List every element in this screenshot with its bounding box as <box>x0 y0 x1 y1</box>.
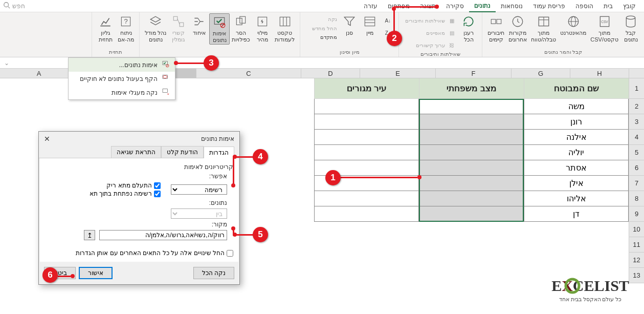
sort-button[interactable]: מיין <box>360 13 380 37</box>
forecast-sheet-button[interactable]: גליון תחזית <box>95 13 116 44</box>
data-model-button[interactable]: נהל מודל נתונים <box>143 13 168 44</box>
table-cell[interactable]: משה <box>524 99 629 114</box>
row-header-5[interactable]: 5 <box>629 145 644 160</box>
allow-select[interactable]: רשימה <box>171 184 227 195</box>
tab-insert[interactable]: הוספה <box>570 1 598 12</box>
table-cell[interactable] <box>419 160 524 176</box>
link-icon: ⛓ <box>447 41 456 50</box>
table-cell[interactable] <box>419 99 524 114</box>
excelist-logo: EXCELIST כל עולם האקסל בבית אחד <box>539 271 641 311</box>
table-cell[interactable]: אליהו <box>524 191 629 206</box>
table-cell[interactable] <box>419 176 524 191</box>
from-table-button[interactable]: מתוך טבלה/טווח <box>529 13 558 44</box>
table-cell[interactable]: רונן <box>524 114 629 130</box>
dropdown-arrow-icon[interactable]: ⌄ <box>4 59 9 67</box>
whatif-button[interactable]: ? ניתוח מה-אם <box>116 13 136 44</box>
validation-icon <box>162 60 170 70</box>
dropdown-item-clear-circles[interactable]: נקה מעגלי אימות <box>69 86 175 99</box>
svg-rect-14 <box>365 17 375 26</box>
column-header-H[interactable]: H <box>570 69 629 78</box>
row-header-6[interactable]: 6 <box>629 160 644 176</box>
select-all-corner[interactable] <box>629 69 644 78</box>
dropdown-item-validation[interactable]: אימות נתונים... <box>69 58 175 72</box>
text-to-columns-button[interactable]: טקסט לעמודות <box>273 13 297 44</box>
row-header-10[interactable]: 10 <box>629 222 644 237</box>
remove-dup-icon <box>234 14 248 29</box>
table-cell[interactable]: אסתר <box>524 160 629 176</box>
database-icon <box>624 14 638 29</box>
row-header-11[interactable]: 11 <box>629 237 644 253</box>
tab-review[interactable]: סקירה <box>441 1 469 12</box>
flash-fill-button[interactable]: מילוי מהיר <box>252 13 273 44</box>
row-header-1[interactable]: 1 <box>629 78 644 99</box>
from-web-button[interactable]: מהאינטרנט <box>558 13 588 37</box>
tell-me-search[interactable]: חפש <box>3 2 25 10</box>
column-header-F[interactable]: F <box>435 69 511 78</box>
advanced-filter-button[interactable]: מתקדם <box>303 33 339 41</box>
dialog-tab-error-alert[interactable]: התראת שגיאה <box>111 146 161 158</box>
column-header-E[interactable]: E <box>360 69 435 78</box>
table-cell[interactable] <box>314 191 419 206</box>
ribbon-group-data-tools: טקסט לעמודות מילוי מהיר הסר כפילויות אימ… <box>139 12 300 57</box>
dropdown-item-circle-invalid[interactable]: הקף בעיגול נתונים לא חוקיים <box>69 72 175 86</box>
ignore-blank-checkbox[interactable]: התעלם מתא ריק <box>90 182 161 189</box>
header-cell[interactable]: עיר מגורים <box>314 78 419 99</box>
column-header-D[interactable]: D <box>301 69 360 78</box>
table-cell[interactable] <box>314 114 419 130</box>
column-header-G[interactable]: G <box>511 69 570 78</box>
header-cell[interactable]: מצב משפחתי <box>419 78 524 99</box>
tab-file[interactable]: קובץ <box>618 1 641 12</box>
row-header-4[interactable]: 4 <box>629 130 644 145</box>
source-input[interactable] <box>99 230 227 240</box>
dialog-title: אימות נתונים <box>201 135 234 142</box>
table-cell[interactable] <box>419 206 524 222</box>
table-cell[interactable] <box>419 145 524 160</box>
table-cell[interactable] <box>419 191 524 206</box>
properties-button: ▤ מאפיינים <box>402 28 458 39</box>
remove-duplicates-button[interactable]: הסר כפילויות <box>230 13 252 44</box>
queries-connections-button[interactable]: ▦ שאילתות וחיבורים <box>402 15 458 27</box>
consolidate-icon <box>192 14 206 29</box>
row-header-2[interactable]: 2 <box>629 99 644 114</box>
ribbon-group-forecast: ? ניתוח מה-אם גליון תחזית תחזית <box>92 12 139 57</box>
close-button[interactable]: ✕ <box>44 135 50 143</box>
table-cell[interactable] <box>314 99 419 114</box>
group-label: קבל והמר נתונים <box>544 49 583 56</box>
tab-data[interactable]: נתונים <box>469 0 496 12</box>
consolidate-button[interactable]: איחוד <box>189 13 209 37</box>
tab-help[interactable]: עזרה <box>359 1 383 12</box>
range-picker-button[interactable]: ↥ <box>84 230 95 240</box>
svg-rect-27 <box>180 23 184 27</box>
data-validation-button[interactable]: אימות נתונים <box>209 13 230 45</box>
table-cell[interactable] <box>314 145 419 160</box>
existing-connections-button[interactable]: חיבורים קיימים <box>485 13 506 44</box>
recent-sources-button[interactable]: מקורות אחרונים <box>506 13 529 44</box>
header-cell[interactable]: שם המבוטח <box>524 78 629 99</box>
filter-button[interactable]: סנן <box>339 13 360 37</box>
row-header-3[interactable]: 3 <box>629 114 644 130</box>
row-header-8[interactable]: 8 <box>629 191 644 206</box>
tab-home[interactable]: בית <box>598 1 618 12</box>
table-cell[interactable] <box>314 130 419 145</box>
row-header-12[interactable]: 12 <box>629 253 644 268</box>
get-data-button[interactable]: קבל נתונים <box>620 13 641 44</box>
row-header-7[interactable]: 7 <box>629 176 644 191</box>
table-cell[interactable] <box>419 114 524 130</box>
tab-formulas[interactable]: נוסחאות <box>496 1 528 12</box>
dialog-tab-settings[interactable]: הגדרות <box>204 146 234 158</box>
table-cell[interactable]: יוליה <box>524 145 629 160</box>
dialog-tab-input-message[interactable]: הודעת קלט <box>161 146 204 158</box>
row-header-9[interactable]: 9 <box>629 206 644 222</box>
tab-pagelayout[interactable]: פריסת עמוד <box>528 1 570 12</box>
table-cell[interactable] <box>419 130 524 145</box>
ok-button[interactable]: אישור <box>79 267 113 279</box>
table-cell[interactable] <box>314 206 419 222</box>
in-cell-dropdown-checkbox[interactable]: רשימה נפתחת בתוך תא <box>90 190 161 197</box>
table-cell[interactable]: אילן <box>524 176 629 191</box>
table-cell[interactable]: אילנה <box>524 130 629 145</box>
from-text-button[interactable]: CSV מתוך טקסט/CSV <box>588 13 620 44</box>
apply-all-checkbox[interactable]: החל שינויים אלה על כל התאים האחרים עם או… <box>45 249 233 257</box>
clear-all-button[interactable]: נקה הכל <box>193 267 234 279</box>
refresh-all-button[interactable]: רענן הכל <box>458 13 479 44</box>
table-cell[interactable]: דן <box>524 206 629 222</box>
